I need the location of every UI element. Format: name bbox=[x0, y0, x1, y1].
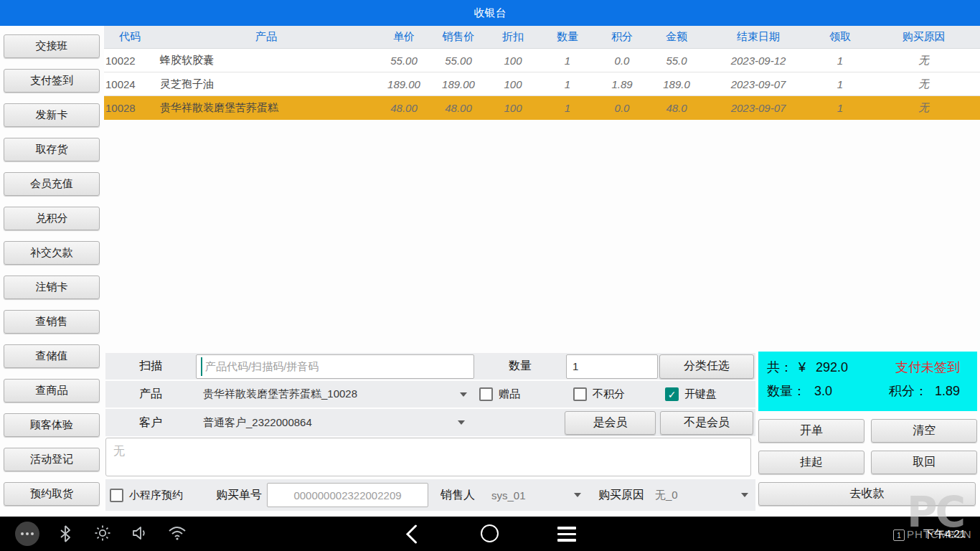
open-order-button[interactable]: 开单 bbox=[758, 419, 864, 443]
sidebar-button-7[interactable]: 补交欠款 bbox=[4, 241, 100, 265]
cell-amount: 55.0 bbox=[649, 55, 704, 67]
sidebar-button-5[interactable]: 会员充值 bbox=[4, 172, 100, 196]
column-header: 领取 bbox=[813, 30, 867, 44]
cell-qty: 1 bbox=[540, 102, 595, 114]
summary-qty-row: 数量： 3.0 积分： 1.89 bbox=[767, 382, 960, 406]
sidebar: 交接班支付签到发新卡取存货会员充值兑积分补交欠款注销卡查销售查储值查商品顾客体验… bbox=[0, 26, 104, 517]
brightness-icon[interactable] bbox=[95, 525, 110, 541]
summary-total-row: 共： ¥ 292.0 支付未签到 bbox=[767, 359, 960, 382]
sidebar-button-12[interactable]: 顾客体验 bbox=[4, 413, 100, 437]
cell-end_date: 2023-09-07 bbox=[704, 102, 813, 114]
cell-amount: 48.0 bbox=[649, 102, 704, 114]
cell-product: 贵华祥散装磨堡苦荞蛋糕 bbox=[156, 101, 377, 115]
cell-points: 0.0 bbox=[595, 102, 649, 114]
scan-label: 扫描 bbox=[105, 359, 196, 374]
wifi-icon[interactable] bbox=[168, 525, 187, 541]
cell-amount: 189.0 bbox=[649, 78, 704, 90]
sidebar-button-3[interactable]: 发新卡 bbox=[4, 103, 100, 127]
product-select[interactable]: 贵华祥散装磨堡苦荞蛋糕_10028 bbox=[196, 382, 474, 407]
sidebar-button-14[interactable]: 预约取货 bbox=[4, 482, 100, 506]
sidebar-button-10[interactable]: 查储值 bbox=[4, 344, 100, 368]
seller-select[interactable]: sys_01 bbox=[484, 483, 588, 507]
scan-input-wrap bbox=[196, 354, 474, 379]
summary-qty-label: 数量： bbox=[767, 382, 806, 400]
pos-app-screen: 收银台 交接班支付签到发新卡取存货会员充值兑积分补交欠款注销卡查销售查储值查商品… bbox=[0, 0, 980, 551]
customer-select[interactable]: 普通客户_2322000864 bbox=[196, 410, 472, 435]
cell-reason: 无 bbox=[867, 101, 980, 115]
sidebar-button-6[interactable]: 兑积分 bbox=[4, 207, 100, 230]
sidebar-button-11[interactable]: 查商品 bbox=[4, 379, 100, 402]
sidebar-button-4[interactable]: 取存货 bbox=[4, 138, 100, 161]
cell-sale_price: 189.00 bbox=[431, 78, 486, 90]
cell-unit_price: 48.00 bbox=[377, 102, 431, 114]
entry-form: 扫描 数量 分类任选 产品 贵华祥散装磨堡苦荞蛋糕_10028 赠品 不积分 bbox=[105, 353, 755, 438]
back-icon[interactable] bbox=[405, 524, 418, 544]
table-row[interactable]: 10028贵华祥散装磨堡苦荞蛋糕48.0048.0010010.048.0202… bbox=[104, 96, 980, 120]
cell-code: 10022 bbox=[104, 55, 156, 67]
more-icon[interactable] bbox=[15, 522, 39, 546]
mini-program-checkbox[interactable]: 小程序预约 bbox=[110, 489, 183, 502]
sidebar-button-1[interactable]: 交接班 bbox=[4, 34, 100, 58]
cell-qty: 1 bbox=[540, 55, 595, 67]
chevron-down-icon bbox=[460, 392, 467, 397]
clear-button[interactable]: 清空 bbox=[871, 419, 977, 443]
cell-discount: 100 bbox=[486, 55, 540, 67]
table-row[interactable]: 10022蜂胶软胶囊55.0055.0010010.055.02023-09-1… bbox=[104, 49, 980, 72]
text-cursor bbox=[201, 357, 202, 376]
cell-points: 1.89 bbox=[595, 78, 649, 90]
keyboard-checkbox[interactable]: ✓ 开键盘 bbox=[665, 387, 717, 401]
cell-qty: 1 bbox=[540, 78, 595, 90]
gift-checkbox[interactable]: 赠品 bbox=[479, 387, 520, 401]
customer-select-value: 普通客户_2322000864 bbox=[203, 416, 312, 430]
page-title: 收银台 bbox=[474, 6, 507, 20]
cell-end_date: 2023-09-07 bbox=[704, 78, 813, 90]
product-row: 产品 贵华祥散装磨堡苦荞蛋糕_10028 赠品 不积分 ✓ 开键盘 bbox=[105, 381, 755, 408]
order-no-label: 购买单号 bbox=[216, 488, 262, 503]
cell-discount: 100 bbox=[486, 102, 540, 114]
column-header: 积分 bbox=[595, 30, 649, 44]
table-header: 代码产品单价销售价折扣数量积分金额结束日期领取购买原因 bbox=[104, 26, 980, 49]
customer-row: 客户 普通客户_2322000864 是会员 不是会员 bbox=[105, 409, 755, 436]
checkbox-checked-icon: ✓ bbox=[665, 387, 679, 401]
column-header: 折扣 bbox=[486, 30, 540, 44]
cell-pickup: 1 bbox=[813, 55, 867, 67]
product-label: 产品 bbox=[105, 387, 196, 402]
home-icon[interactable] bbox=[481, 524, 499, 542]
category-any-button[interactable]: 分类任选 bbox=[659, 354, 754, 379]
sidebar-button-9[interactable]: 查销售 bbox=[4, 310, 100, 334]
no-points-checkbox[interactable]: 不积分 bbox=[573, 387, 625, 401]
reason-select-value: 无_0 bbox=[655, 489, 678, 502]
hold-button[interactable]: 挂起 bbox=[758, 451, 864, 474]
table-body: 10022蜂胶软胶囊55.0055.0010010.055.02023-09-1… bbox=[104, 49, 980, 120]
not-member-button[interactable]: 不是会员 bbox=[660, 411, 753, 435]
sidebar-button-8[interactable]: 注销卡 bbox=[4, 276, 100, 299]
notification-badge: 1 bbox=[893, 529, 905, 541]
order-no-input[interactable] bbox=[267, 483, 428, 507]
cell-code: 10024 bbox=[104, 78, 156, 90]
menu-icon[interactable] bbox=[557, 527, 576, 542]
sidebar-button-2[interactable]: 支付签到 bbox=[4, 69, 100, 93]
volume-icon[interactable] bbox=[132, 525, 149, 541]
quantity-input[interactable] bbox=[566, 354, 658, 379]
reason-select[interactable]: 无_0 bbox=[648, 483, 755, 507]
table-row[interactable]: 10024灵芝孢子油189.00189.0010011.89189.02023-… bbox=[104, 72, 980, 96]
checkbox-icon bbox=[479, 387, 493, 401]
cell-unit_price: 55.00 bbox=[377, 55, 431, 67]
cell-reason: 无 bbox=[867, 54, 980, 67]
bluetooth-icon[interactable] bbox=[60, 525, 71, 542]
chevron-down-icon bbox=[741, 493, 748, 497]
chevron-down-icon bbox=[458, 420, 465, 425]
checkbox-icon bbox=[573, 387, 587, 401]
cell-sale_price: 55.00 bbox=[431, 55, 486, 67]
customer-label: 客户 bbox=[105, 415, 196, 430]
pay-signin-status: 支付未签到 bbox=[895, 359, 960, 376]
scan-input[interactable] bbox=[196, 354, 474, 379]
seller-select-value: sys_01 bbox=[491, 489, 526, 501]
note-textarea[interactable] bbox=[105, 438, 751, 476]
column-header: 金额 bbox=[649, 30, 704, 44]
column-header: 购买原因 bbox=[867, 30, 980, 44]
is-member-button[interactable]: 是会员 bbox=[565, 411, 656, 435]
column-header: 数量 bbox=[540, 30, 595, 44]
retrieve-button[interactable]: 取回 bbox=[871, 451, 977, 474]
sidebar-button-13[interactable]: 活动登记 bbox=[4, 448, 100, 471]
